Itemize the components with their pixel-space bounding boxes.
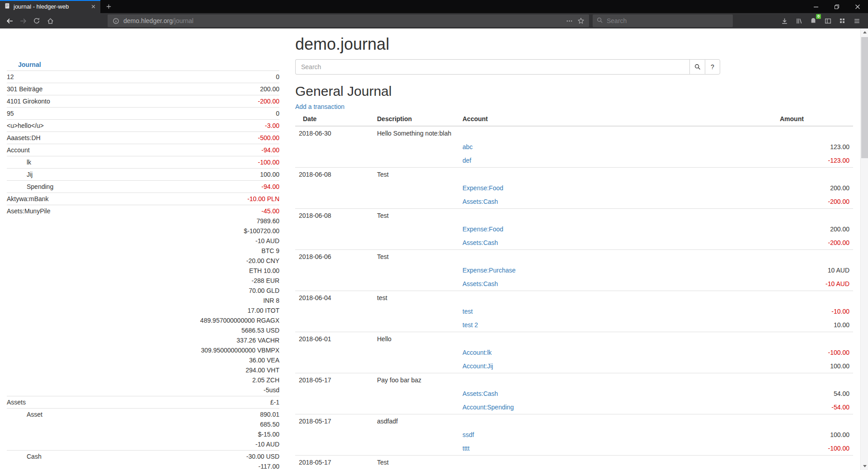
- account-balance: 2.05 ZCH: [153, 375, 279, 385]
- forward-button[interactable]: [16, 14, 30, 27]
- sidebar-account-link[interactable]: 95: [7, 110, 14, 117]
- sidebar: Journal 120301 Beiträge200.004101 Giroko…: [7, 59, 279, 470]
- posting-account-link[interactable]: test 2: [462, 321, 478, 329]
- sidebar-account-link[interactable]: Jij: [27, 171, 33, 178]
- sidebar-account-link[interactable]: Cash: [27, 453, 42, 460]
- transaction-row[interactable]: 2018-05-17asdfadf: [295, 414, 853, 428]
- sidebar-account-link[interactable]: Aaasets:DH: [7, 134, 41, 141]
- sidebar-account-row: 120: [7, 71, 279, 83]
- column-header-description: Description: [373, 112, 459, 126]
- browser-search-field[interactable]: Search: [593, 14, 733, 27]
- posting-account-link[interactable]: test: [462, 308, 473, 315]
- transaction-row[interactable]: 2018-06-04test: [295, 291, 853, 305]
- sidebar-account-link[interactable]: Asets:MunyPile: [7, 207, 50, 215]
- transaction-row[interactable]: 2018-06-08Test: [295, 168, 853, 182]
- account-balance: £-1: [153, 397, 279, 407]
- add-transaction-link[interactable]: Add a transaction: [295, 103, 344, 110]
- url-bar[interactable]: demo.hledger.org/journal: [108, 14, 589, 27]
- journal-table-body: 2018-06-30Hello Something note:blahabc12…: [295, 126, 853, 469]
- page-actions-icon[interactable]: [563, 15, 575, 27]
- sidebar-account-link[interactable]: Account: [7, 146, 30, 154]
- posting-amount: -100.00: [776, 346, 853, 359]
- posting-row: Expense:Food200.00: [295, 222, 853, 236]
- bookmark-star-icon[interactable]: [575, 15, 587, 27]
- home-icon[interactable]: [43, 14, 57, 27]
- posting-account-link[interactable]: def: [462, 157, 471, 164]
- sidebar-account-row: Asets:MunyPile-45.007989.60$-100720.00-1…: [7, 205, 279, 396]
- library-icon[interactable]: [792, 14, 806, 27]
- scroll-down-arrow[interactable]: [861, 462, 868, 470]
- sidebar-account-link[interactable]: lk: [27, 159, 31, 166]
- transaction-row[interactable]: 2018-06-01Hello: [295, 332, 853, 346]
- posting-amount: -54.00: [776, 400, 853, 414]
- sidebar-account-link[interactable]: Assets: [7, 399, 26, 406]
- window-restore-button[interactable]: [826, 0, 847, 13]
- journal-search-button[interactable]: [689, 59, 705, 75]
- sidebar-account-link[interactable]: 4101 Girokonto: [7, 98, 50, 105]
- new-tab-button[interactable]: [100, 0, 117, 13]
- account-balance: -5usd: [153, 385, 279, 395]
- transaction-row[interactable]: 2018-05-17Pay foo bar baz: [295, 373, 853, 387]
- active-tab[interactable]: journal - hledger-web: [0, 0, 100, 13]
- account-balance: 0: [153, 72, 279, 82]
- ghostery-extension-icon[interactable]: 0: [807, 14, 820, 27]
- journal-search-input[interactable]: [295, 59, 689, 75]
- posting-account-link[interactable]: Account:lk: [462, 349, 492, 356]
- column-header-date: Date: [295, 112, 373, 126]
- reload-icon[interactable]: [30, 14, 43, 27]
- account-balance: -3.00: [153, 121, 279, 131]
- column-header-amount: Amount: [776, 112, 853, 126]
- sidebar-account-link[interactable]: 12: [7, 73, 14, 80]
- posting-account-link[interactable]: Account:Spending: [462, 404, 514, 411]
- sidebar-account-row: Assets£-1: [7, 396, 279, 409]
- posting-account-link[interactable]: Assets:Cash: [462, 239, 498, 246]
- posting-account-link[interactable]: Expense:Food: [462, 184, 503, 192]
- sidebar-account-link[interactable]: 301 Beiträge: [7, 85, 42, 93]
- posting-account-link[interactable]: Account:Jij: [462, 362, 493, 370]
- posting-account-link[interactable]: abc: [462, 143, 473, 150]
- sidebar-toggle-icon[interactable]: [821, 14, 835, 27]
- search-help-button[interactable]: ?: [705, 59, 720, 75]
- scroll-up-arrow[interactable]: [861, 28, 868, 36]
- account-balance: 70.00 GLD: [153, 286, 279, 296]
- posting-account-link[interactable]: Assets:Cash: [462, 390, 498, 397]
- transaction-row[interactable]: 2018-06-08Test: [295, 209, 853, 223]
- downloads-icon[interactable]: [778, 14, 791, 27]
- sidebar-account-link[interactable]: Spending: [27, 183, 53, 190]
- sidebar-account-link[interactable]: Aktywa:mBank: [7, 195, 49, 202]
- menu-icon[interactable]: [850, 14, 863, 27]
- posting-row: Assets:Cash-10 AUD: [295, 277, 853, 291]
- window-close-button[interactable]: [847, 0, 868, 13]
- posting-account-link[interactable]: Assets:Cash: [462, 280, 498, 287]
- account-balance: -30.00 USD: [153, 451, 279, 461]
- transaction-date: 2018-05-17: [295, 414, 373, 428]
- posting-account-link[interactable]: Expense:Food: [462, 226, 503, 233]
- sidebar-account-link[interactable]: Asset: [27, 411, 42, 418]
- back-button[interactable]: [3, 14, 16, 27]
- page-scrollbar[interactable]: [860, 28, 868, 470]
- posting-account-link[interactable]: tttt: [462, 445, 470, 452]
- journal-nav-link[interactable]: Journal: [7, 60, 41, 70]
- posting-account-link[interactable]: Assets:Cash: [462, 198, 498, 205]
- tab-close-icon[interactable]: [90, 4, 96, 9]
- site-info-icon[interactable]: [110, 15, 122, 27]
- account-balance: -500.00: [153, 133, 279, 143]
- posting-amount: 100.00: [776, 359, 853, 373]
- posting-amount: -123.00: [776, 154, 853, 168]
- sidebar-account-link[interactable]: <u>hello</u>: [7, 122, 44, 129]
- transaction-row[interactable]: 2018-05-17Test: [295, 456, 853, 470]
- transaction-description: Pay foo bar baz: [373, 373, 776, 387]
- sidebar-account-row: Aaasets:DH-500.00: [7, 132, 279, 144]
- posting-row: def-123.00: [295, 154, 853, 168]
- transaction-row[interactable]: 2018-06-06Test: [295, 250, 853, 264]
- scrollbar-thumb[interactable]: [861, 37, 868, 158]
- sidebar-account-row: Jij100.00: [7, 169, 279, 181]
- posting-amount: -100.00: [776, 442, 853, 456]
- transaction-row[interactable]: 2018-06-30Hello Something note:blah: [295, 126, 853, 140]
- posting-account-link[interactable]: ssdf: [462, 431, 474, 438]
- account-balance: -200.00: [153, 96, 279, 106]
- window-minimize-button[interactable]: [806, 0, 826, 13]
- grid-icon[interactable]: [835, 14, 849, 27]
- account-balance: -94.00: [153, 145, 279, 155]
- posting-account-link[interactable]: Expense:Purchase: [462, 267, 516, 274]
